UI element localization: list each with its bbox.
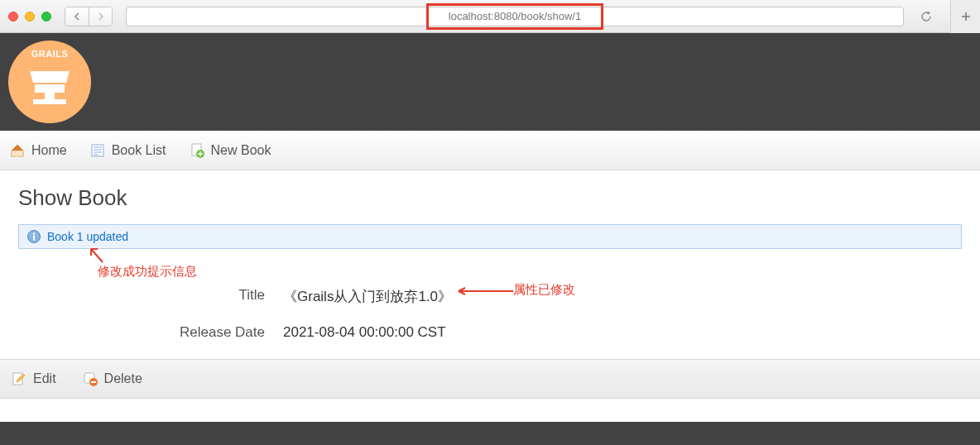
list-icon xyxy=(90,143,105,158)
minimize-window-button[interactable] xyxy=(25,12,35,22)
delete-button[interactable]: Delete xyxy=(83,371,142,386)
window-controls xyxy=(8,12,51,22)
nav-bar: Home Book List New Book xyxy=(0,131,980,170)
property-label-release-date: Release Date xyxy=(18,324,283,341)
edit-icon xyxy=(12,371,26,386)
annotation-success-hint-text: 修改成功提示信息 xyxy=(98,264,197,278)
svg-rect-2 xyxy=(12,151,23,156)
footer-col-guides[interactable]: Grails Guides xyxy=(0,422,327,445)
nav-home[interactable]: Home xyxy=(10,143,67,158)
close-window-button[interactable] xyxy=(8,12,18,22)
new-tab-button[interactable] xyxy=(950,0,980,33)
reload-button[interactable] xyxy=(917,7,935,26)
browser-nav-buttons xyxy=(65,7,113,26)
nav-new-book-label: New Book xyxy=(211,143,271,158)
maximize-window-button[interactable] xyxy=(41,12,51,22)
svg-rect-8 xyxy=(33,236,35,241)
property-label-title: Title xyxy=(18,287,283,306)
footer-col-community[interactable]: Join the Community n.net/xiao_san0318 xyxy=(653,422,980,445)
property-value-title: 《Grails从入门到放弃1.0》 xyxy=(283,287,452,306)
property-value-release-date: 2021-08-04 00:00:00 CST xyxy=(283,324,446,341)
app-header xyxy=(0,33,980,131)
svg-rect-1 xyxy=(33,99,66,104)
annotation-success-hint: 修改成功提示信息 xyxy=(98,264,197,280)
flash-message-text: Book 1 updated xyxy=(47,230,128,243)
delete-button-label: Delete xyxy=(104,371,142,386)
page-title: Show Book xyxy=(18,185,962,211)
forward-button[interactable] xyxy=(89,7,112,26)
svg-rect-12 xyxy=(91,381,96,383)
annotation-attr-changed: 属性已修改 xyxy=(513,282,575,298)
svg-rect-0 xyxy=(45,93,55,99)
annotation-attr-changed-text: 属性已修改 xyxy=(513,282,575,296)
nav-new-book[interactable]: New Book xyxy=(190,143,271,158)
property-row-release-date: Release Date 2021-08-04 00:00:00 CST xyxy=(18,324,962,341)
action-bar: Edit Delete xyxy=(0,359,980,399)
nav-book-list-label: Book List xyxy=(112,143,166,158)
flash-message: Book 1 updated xyxy=(18,224,962,249)
delete-icon xyxy=(83,371,98,386)
back-button[interactable] xyxy=(65,7,89,26)
home-icon xyxy=(10,143,25,158)
edit-button[interactable]: Edit xyxy=(12,371,56,386)
info-icon xyxy=(27,230,41,243)
footer: Grails Guides Documentation Join the Com… xyxy=(0,422,980,445)
new-icon xyxy=(190,143,204,158)
content-area: Show Book Book 1 updated 修改成功提示信息 属性已修改 … xyxy=(0,170,980,341)
nav-book-list[interactable]: Book List xyxy=(90,143,166,158)
edit-button-label: Edit xyxy=(33,371,56,386)
footer-col-docs[interactable]: Documentation xyxy=(327,422,654,445)
nav-home-label: Home xyxy=(31,143,67,158)
svg-point-7 xyxy=(33,232,35,234)
grails-logo[interactable] xyxy=(8,41,91,123)
browser-chrome: localhost:8080/book/show/1 xyxy=(0,0,980,33)
url-text: localhost:8080/book/show/1 xyxy=(449,10,581,22)
url-bar[interactable]: localhost:8080/book/show/1 xyxy=(126,7,904,26)
